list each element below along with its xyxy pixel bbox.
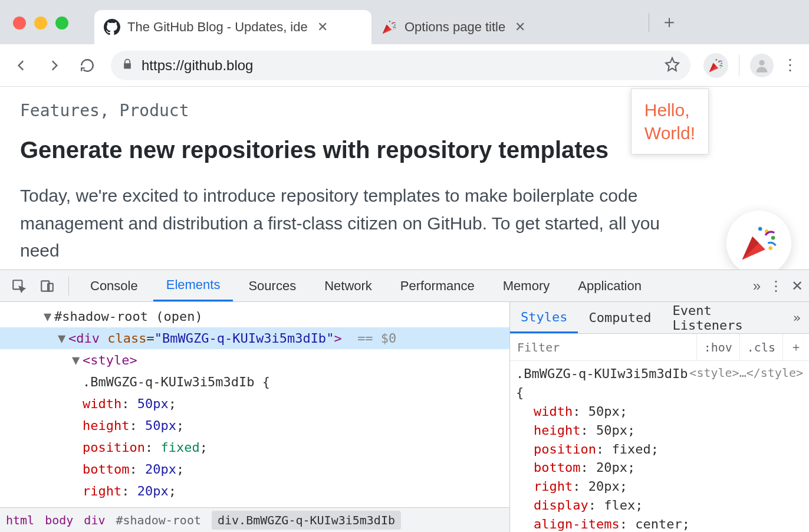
toolbar-separator: [739, 55, 739, 76]
breadcrumb-html[interactable]: html: [6, 513, 34, 527]
browser-menu-button[interactable]: ⋮: [778, 56, 802, 74]
css-declaration[interactable]: width: 50px;: [516, 402, 803, 421]
css-declaration[interactable]: right: 20px;: [0, 480, 509, 502]
device-toolbar-button[interactable]: [34, 273, 60, 299]
tab-title: The GitHub Blog - Updates, ide: [127, 19, 308, 35]
extension-popup-text: Hello, World!: [644, 98, 695, 145]
styles-panel: Styles Computed Event Listeners » :hov .…: [509, 302, 809, 532]
css-declaration[interactable]: width: 50px;: [0, 393, 509, 415]
browser-tab-active[interactable]: The GitHub Blog - Updates, ide ✕: [94, 10, 371, 44]
devtools-tab-network[interactable]: Network: [311, 270, 385, 301]
devtools-tab-memory[interactable]: Memory: [490, 270, 563, 301]
devtools-more-tabs[interactable]: »: [753, 278, 761, 294]
breadcrumb-shadow-root[interactable]: #shadow-root: [116, 513, 201, 527]
styles-tab-bar: Styles Computed Event Listeners »: [510, 302, 809, 334]
close-tab-button[interactable]: ✕: [317, 19, 328, 35]
devtools-tab-bar: Console Elements Sources Network Perform…: [0, 270, 809, 302]
css-declaration[interactable]: display: flex;: [516, 496, 803, 515]
lock-icon: [121, 58, 133, 73]
devtools-tab-elements[interactable]: Elements: [153, 270, 234, 301]
devtools-tab-application[interactable]: Application: [565, 270, 655, 301]
address-bar[interactable]: https://github.blog: [111, 51, 690, 80]
new-tab-button[interactable]: ＋: [655, 8, 683, 37]
css-declaration[interactable]: position: fixed;: [0, 436, 509, 458]
css-declaration[interactable]: right: 20px;: [516, 477, 803, 496]
close-tab-button[interactable]: ✕: [515, 19, 525, 35]
github-icon: [104, 19, 120, 35]
breadcrumb-div[interactable]: div: [84, 513, 105, 527]
browser-tab[interactable]: Options page title ✕: [371, 10, 649, 44]
dom-breadcrumbs: html body div #shadow-root div.BmWGZG-q-…: [0, 507, 509, 532]
devtools-close-button[interactable]: ✕: [791, 278, 803, 294]
css-declaration[interactable]: bottom: 20px;: [516, 458, 803, 477]
rule-selector: .BmWGZG-q-KUIw3i5m3dIb {: [516, 366, 688, 400]
url-text: https://github.blog: [142, 57, 253, 74]
devtools-panel: Console Elements Sources Network Perform…: [0, 270, 809, 532]
css-declaration[interactable]: align-items: center;: [516, 515, 803, 532]
browser-toolbar: https://github.blog ⋮: [0, 44, 809, 87]
dom-node-selected[interactable]: ▼<div class="BmWGZG-q-KUIw3i5m3dIb"> == …: [0, 327, 509, 349]
rule-source-link[interactable]: <style>…</style>: [689, 364, 803, 382]
styles-cls-toggle[interactable]: .cls: [739, 334, 782, 360]
back-button[interactable]: [7, 51, 35, 80]
devtools-tab-performance[interactable]: Performance: [387, 270, 488, 301]
forward-button[interactable]: [40, 51, 68, 80]
reload-button[interactable]: [73, 51, 101, 80]
styles-tab-styles[interactable]: Styles: [510, 302, 578, 333]
styles-filter-input[interactable]: [510, 340, 696, 354]
css-declaration[interactable]: height: 50px;: [0, 415, 509, 436]
breadcrumb-selected[interactable]: div.BmWGZG-q-KUIw3i5m3dIb: [212, 511, 401, 530]
styles-tab-event-listeners[interactable]: Event Listeners: [662, 302, 784, 333]
profile-avatar[interactable]: [750, 54, 774, 77]
css-declaration[interactable]: display: flex;: [0, 502, 509, 507]
tab-separator: [649, 13, 649, 32]
bookmark-star-icon[interactable]: [665, 57, 680, 74]
elements-dom-tree[interactable]: ••• ▼#shadow-root (open) ▼<div class="Bm…: [0, 302, 509, 532]
breadcrumb-body[interactable]: body: [45, 513, 73, 527]
css-declaration[interactable]: height: 50px;: [516, 421, 803, 440]
shadow-root-label: #shadow-root (open): [54, 309, 203, 324]
extension-popup: Hello, World!: [631, 88, 709, 155]
separator: [68, 277, 69, 295]
minimize-window-button[interactable]: [34, 17, 47, 29]
tab-title: Options page title: [404, 19, 505, 35]
page-body: Today, we're excited to introduce reposi…: [20, 182, 680, 265]
styles-more-tabs[interactable]: »: [785, 310, 809, 325]
extension-button[interactable]: [703, 53, 728, 78]
close-window-button[interactable]: [13, 17, 26, 29]
devtools-tab-console[interactable]: Console: [77, 270, 151, 301]
devtools-tab-sources[interactable]: Sources: [235, 270, 309, 301]
floating-extension-widget[interactable]: [726, 211, 791, 270]
window-controls: [13, 17, 68, 29]
maximize-window-button[interactable]: [55, 17, 68, 29]
svg-point-4: [759, 60, 764, 65]
css-declaration[interactable]: bottom: 20px;: [0, 458, 509, 480]
styles-tab-computed[interactable]: Computed: [578, 302, 662, 333]
inspect-element-button[interactable]: [6, 273, 32, 299]
styles-new-rule-button[interactable]: ＋: [782, 334, 809, 360]
browser-tab-strip: The GitHub Blog - Updates, ide ✕ Options…: [0, 0, 809, 44]
devtools-settings-button[interactable]: ⋮: [769, 278, 783, 294]
css-declaration[interactable]: position: fixed;: [516, 440, 803, 459]
styles-hov-toggle[interactable]: :hov: [696, 334, 739, 360]
party-popper-icon: [381, 19, 397, 35]
